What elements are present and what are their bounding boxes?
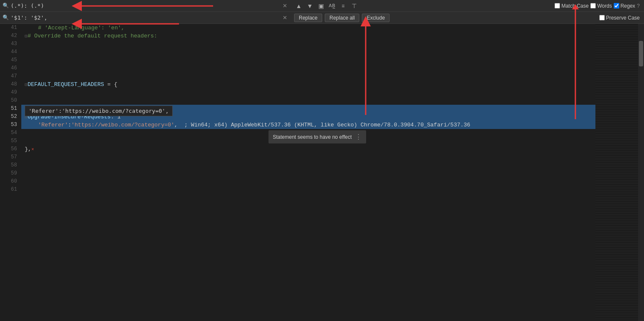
line-number: 56 <box>0 145 17 153</box>
line-number: 46 <box>0 64 17 72</box>
replace-bar-row2: 🔍 ✕ <box>0 12 290 24</box>
line-number: 59 <box>0 169 17 178</box>
code-line-44 <box>21 48 595 56</box>
code-line-46 <box>21 64 595 72</box>
code-line-45 <box>21 56 595 64</box>
line-number: 45 <box>0 56 17 64</box>
line-number: 44 <box>0 48 17 56</box>
search-icon-row1: 🔍 <box>3 3 9 9</box>
warning-tooltip: Statement seems to have no effect ⋮ <box>269 130 366 143</box>
preserve-case-label[interactable]: Preserve Case <box>599 15 640 21</box>
line-number: 42 <box>0 32 17 40</box>
replace-all-button[interactable]: Replace all <box>325 14 359 22</box>
line-number: 48 <box>0 80 17 89</box>
autocomplete-tooltip: 'Referer':'https://weibo.com/?category=0… <box>25 106 173 116</box>
ab-icon-btn[interactable]: AB̲ <box>327 1 337 11</box>
line-number: 58 <box>0 161 17 169</box>
replace-input[interactable] <box>11 14 281 21</box>
code-line-42: ⊡# Override the default request headers: <box>21 32 595 40</box>
code-line-50 <box>21 97 595 105</box>
toggle-btn[interactable]: ▣ <box>316 1 326 11</box>
match-case-label[interactable]: Match Case <box>554 3 589 9</box>
code-line-43 <box>21 40 595 48</box>
regex-checkbox[interactable] <box>614 3 619 9</box>
scrollbar-thumb[interactable] <box>639 41 643 66</box>
code-line-41: # 'Accept-Language': 'en', <box>21 24 595 32</box>
line-number: 49 <box>0 89 17 97</box>
code-line-49 <box>21 89 595 97</box>
line-number: 50 <box>0 97 17 105</box>
move-down-btn[interactable]: ▼ <box>305 1 315 11</box>
line-number: 55 <box>0 137 17 145</box>
replace-button[interactable]: Replace <box>294 14 322 22</box>
code-line-56: },× <box>21 145 595 153</box>
line-number: 54 <box>0 129 17 137</box>
warning-text: Statement seems to have no effect <box>273 134 352 140</box>
code-line-61 <box>21 186 595 194</box>
code-content[interactable]: # 'Accept-Language': 'en', ⊡# Override t… <box>21 24 595 321</box>
editor-area: 41 42 43 44 45 46 47 48 49 50 51 52 53 5… <box>0 24 644 321</box>
line-number: 61 <box>0 186 17 194</box>
minimap <box>595 24 638 321</box>
close-replace-btn[interactable]: ✕ <box>283 14 287 21</box>
code-line-60 <box>21 178 595 186</box>
code-line-57 <box>21 153 595 161</box>
help-icon[interactable]: ? <box>637 3 640 9</box>
preserve-case-checkbox[interactable] <box>599 15 605 20</box>
close-search-btn[interactable]: ✕ <box>283 3 287 9</box>
line-number: 60 <box>0 178 17 186</box>
search-bar-row1: 🔍 ✕ <box>0 0 290 12</box>
code-line-53: 'Referer':'https://weibo.com/?category=0… <box>21 121 595 129</box>
search-input[interactable] <box>11 3 281 9</box>
line-numbers: 41 42 43 44 45 46 47 48 49 50 51 52 53 5… <box>0 24 21 321</box>
line-number: 57 <box>0 153 17 161</box>
toolbar-replace-row: Replace Replace all Exclude Preserve Cas… <box>290 12 644 24</box>
code-line-59 <box>21 169 595 178</box>
code-line-47 <box>21 72 595 80</box>
code-line-58 <box>21 161 595 169</box>
line-number: 47 <box>0 72 17 80</box>
move-up-btn[interactable]: ▲ <box>294 1 303 11</box>
words-label[interactable]: Words <box>590 3 612 9</box>
list-btn[interactable]: ≡ <box>338 1 348 11</box>
line-number: 51 <box>0 105 17 113</box>
line-number: 53 <box>0 121 17 129</box>
exclude-button[interactable]: Exclude <box>362 14 390 22</box>
regex-label[interactable]: Regex <box>614 3 635 9</box>
code-line-48: ⊡DEFAULT_REQUEST_HEADERS = { <box>21 80 595 89</box>
filter-btn[interactable]: ⊤ <box>349 1 359 11</box>
match-case-checkbox[interactable] <box>554 3 560 9</box>
words-checkbox[interactable] <box>590 3 596 9</box>
vertical-scrollbar[interactable] <box>638 24 644 321</box>
line-number: 41 <box>0 24 17 32</box>
toolbar-top: ▲ ▼ ▣ AB̲ ≡ ⊤ Match Case Words Regex ? <box>290 0 644 12</box>
search-icon-row2: 🔍 <box>3 14 9 21</box>
line-number: 52 <box>0 113 17 121</box>
line-number: 43 <box>0 40 17 48</box>
more-options-icon[interactable]: ⋮ <box>355 133 362 141</box>
